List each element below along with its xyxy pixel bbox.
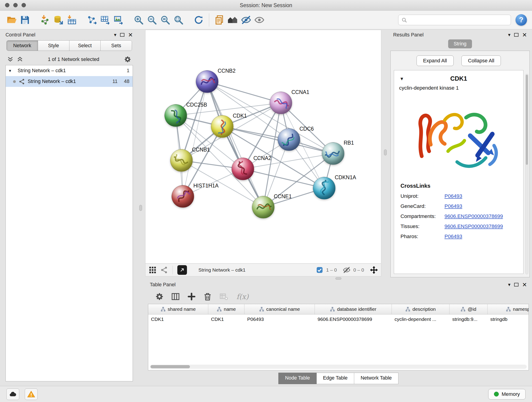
column-header-shared-name[interactable]: shared name [148, 304, 208, 314]
network-node-CDK1[interactable] [211, 115, 234, 138]
column-type-icon [506, 307, 511, 312]
copy-button[interactable] [213, 13, 226, 27]
tab-sets[interactable]: Sets [101, 41, 132, 51]
status-bar: Memory [0, 386, 532, 402]
splitter-handle[interactable] [384, 149, 387, 155]
close-panel-icon[interactable]: ✕ [522, 32, 527, 38]
results-scrollbar[interactable] [525, 74, 528, 274]
results-scrollbar-thumb[interactable] [526, 75, 528, 165]
control-panel: Control Panel ▾ ✕ NetworkStyleSelectSets… [2, 30, 136, 384]
save-session-button[interactable] [18, 13, 32, 27]
expand-all-button[interactable]: Expand All [417, 56, 454, 66]
network-node-HIST1H1A[interactable] [172, 185, 194, 208]
float-panel-icon[interactable] [514, 33, 519, 37]
network-row[interactable]: String Network – cdk1 11 48 [6, 76, 133, 87]
table-scrollbar-thumb[interactable] [151, 365, 190, 368]
show-graphics-details-button[interactable] [253, 13, 266, 27]
cloud-status-button[interactable] [6, 389, 19, 400]
network-options-gear-icon[interactable] [124, 56, 132, 63]
open-session-button[interactable] [5, 13, 18, 27]
network-canvas[interactable]: CCNB2CCNA1CDC25BCDK1CDC6RB1CCNB1CCNA2CDK… [145, 30, 381, 264]
network-node-CDC6[interactable] [278, 128, 300, 151]
network-node-CCNA1[interactable] [270, 92, 292, 114]
crosslink-link[interactable]: 9606.ENSP00000378699 [444, 213, 503, 219]
import-network-database-button[interactable] [52, 13, 65, 27]
warnings-button[interactable] [25, 389, 38, 400]
expand-all-networks-icon[interactable] [7, 56, 14, 63]
crosslink-link[interactable]: P06493 [444, 203, 462, 209]
zoom-selected-button[interactable] [172, 13, 185, 27]
network-collection-row[interactable]: ▾ String Network – cdk1 1 [6, 65, 133, 76]
show-columns-icon[interactable] [171, 292, 180, 301]
function-builder-button[interactable]: f(x) [236, 293, 249, 301]
collection-expand-icon[interactable]: ▾ [9, 68, 15, 73]
selected-checkbox-icon[interactable] [316, 266, 323, 274]
help-button[interactable]: ? [515, 14, 527, 26]
column-header-name[interactable]: name [208, 304, 244, 314]
export-network-button[interactable] [85, 13, 99, 27]
crosslink-link[interactable]: 9606.ENSP00000378699 [444, 223, 503, 229]
network-label: String Network – cdk1 [28, 79, 76, 84]
float-panel-icon[interactable] [514, 283, 519, 287]
tab-select[interactable]: Select [70, 41, 101, 51]
column-header-canonical-name[interactable]: canonical name [244, 304, 315, 314]
search-input[interactable] [398, 15, 511, 25]
panel-menu-icon[interactable]: ▾ [114, 32, 117, 38]
protein-card-header[interactable]: ▾ CDK1 [394, 73, 523, 84]
close-panel-icon[interactable]: ✕ [128, 32, 133, 38]
table-horizontal-scrollbar[interactable] [150, 365, 527, 369]
zoom-out-button[interactable] [145, 13, 158, 27]
splitter-handle[interactable] [139, 205, 142, 211]
network-node-CDC25B[interactable] [165, 104, 187, 127]
network-node-CCNE1[interactable] [252, 196, 274, 218]
network-node-CCNB2[interactable] [196, 70, 218, 93]
collapse-all-button[interactable]: Collapse All [462, 56, 501, 66]
network-node-CCNB1[interactable] [170, 149, 193, 172]
network-node-CCNA2[interactable] [232, 158, 254, 180]
pan-crosshair-icon[interactable] [370, 266, 378, 274]
collapse-section-icon[interactable]: ▾ [400, 76, 410, 82]
add-column-plus-icon[interactable] [187, 292, 196, 301]
memory-button[interactable]: Memory [488, 389, 526, 400]
column-header-database-identifier[interactable]: database identifier [315, 304, 392, 314]
node-label: CCNB1 [192, 147, 210, 153]
birds-eye-view-icon[interactable] [149, 266, 157, 274]
zoom-in-button[interactable] [132, 13, 145, 27]
import-network-file-button[interactable] [38, 13, 52, 27]
crosslink-row: Tissues:9606.ENSP00000378699 [400, 223, 517, 230]
crosslink-link[interactable]: P06493 [444, 234, 462, 239]
tab-style[interactable]: Style [38, 41, 70, 51]
table-row[interactable]: CDK1CDK1P064939606.ENSP00000378699cyclin… [148, 314, 529, 325]
splitter-handle[interactable] [336, 277, 341, 280]
float-panel-icon[interactable] [120, 33, 124, 37]
tab-network-table[interactable]: Network Table [354, 373, 399, 384]
import-table-file-button[interactable] [65, 13, 78, 27]
crosslink-link[interactable]: P06493 [444, 193, 462, 199]
tab-network[interactable]: Network [7, 41, 38, 51]
collapse-all-networks-icon[interactable] [17, 56, 23, 63]
export-table-button[interactable] [99, 13, 112, 27]
string-panel-toggle-icon[interactable] [160, 266, 168, 274]
column-header-description[interactable]: description [392, 304, 450, 314]
close-panel-icon[interactable]: ✕ [522, 282, 527, 288]
column-header-namespace[interactable]: namespace [488, 304, 529, 314]
export-image-button[interactable] [112, 13, 125, 27]
tab-node-table[interactable]: Node Table [278, 373, 317, 384]
home-button[interactable] [226, 13, 239, 27]
panel-menu-icon[interactable]: ▾ [508, 282, 511, 287]
zoom-fit-content-button[interactable] [158, 13, 172, 27]
column-type-icon [259, 307, 264, 312]
panel-menu-icon[interactable]: ▾ [508, 32, 511, 38]
hidden-eye-slash-icon[interactable] [343, 266, 351, 274]
network-node-CDKN1A[interactable] [313, 177, 336, 199]
column-header--id[interactable]: @id [450, 304, 488, 314]
export-view-button[interactable] [177, 265, 187, 275]
table-settings-gear-icon[interactable] [155, 292, 164, 301]
delete-column-trash-icon[interactable] [203, 292, 212, 301]
network-node-RB1[interactable] [322, 142, 344, 165]
tab-string[interactable]: String [448, 39, 472, 48]
network-edge[interactable] [183, 82, 207, 196]
hide-graphics-details-button[interactable] [239, 13, 253, 27]
apply-layout-button[interactable] [192, 13, 205, 27]
tab-edge-table[interactable]: Edge Table [317, 373, 354, 384]
